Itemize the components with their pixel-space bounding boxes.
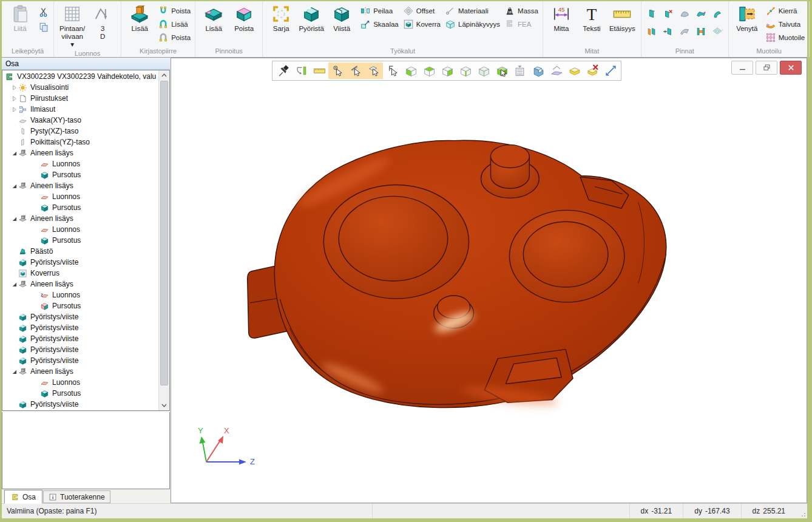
- tree-expander-expanded[interactable]: [10, 216, 18, 222]
- tree-expander-collapsed[interactable]: [10, 96, 18, 101]
- tree-expander-expanded[interactable]: [10, 282, 18, 287]
- ribbon-fea-button[interactable]: FEA: [503, 18, 540, 30]
- ribbon-koverra-button[interactable]: Koverra: [402, 18, 442, 30]
- ribbon-3-d-button[interactable]: 3 D: [87, 2, 118, 41]
- tree-item-aineen-lisäys[interactable]: Aineen lisäys: [2, 279, 159, 290]
- ribbon-taivuta-button[interactable]: Taivuta: [764, 18, 806, 30]
- scroll-up-button[interactable]: [159, 70, 169, 80]
- ribbon-poista-button[interactable]: Poista: [229, 2, 259, 33]
- viewport-tool-pin-button[interactable]: [274, 63, 292, 79]
- viewport-tool-tray-button[interactable]: [565, 63, 583, 79]
- tree-item-koverrus[interactable]: Koverrus: [2, 268, 159, 279]
- tree-item-luonnos[interactable]: Luonnos: [2, 224, 159, 235]
- ribbon-surf-elbow-button[interactable]: [710, 6, 725, 22]
- model-gearbox-cover[interactable]: [171, 58, 807, 503]
- restore-button[interactable]: [756, 61, 777, 75]
- ribbon-muotoile-button[interactable]: Muotoile: [764, 32, 806, 43]
- viewport-3d[interactable]: Z Y X: [171, 58, 807, 503]
- ribbon-viistä-button[interactable]: Viistä: [326, 2, 357, 33]
- tree-item-pursotus[interactable]: Pursotus: [2, 388, 159, 399]
- tree-item-luonnos[interactable]: Luonnos: [2, 158, 159, 169]
- tree-item-visualisointi[interactable]: Visualisointi: [2, 82, 159, 93]
- viewport-tool-measure-button[interactable]: [310, 63, 328, 79]
- tree-item-pursotus[interactable]: Pursotus: [2, 300, 159, 311]
- tree-scrollbar[interactable]: [158, 70, 169, 410]
- ribbon-surf-move-button[interactable]: [661, 24, 676, 40]
- viewport-tool-sel-point-button[interactable]: [328, 63, 347, 79]
- close-button[interactable]: [780, 61, 802, 75]
- scroll-thumb[interactable]: [160, 81, 168, 385]
- tree-item-pyöristys-viiste[interactable]: Pyöristys/viiste: [2, 399, 159, 410]
- viewport-tool-orient-button[interactable]: [292, 63, 310, 79]
- tree-item-pysty-xz-taso[interactable]: Pysty(XZ)-taso: [2, 126, 159, 137]
- ribbon-pintaan-viivaan-button[interactable]: Pintaan/ viivaan ▾: [57, 2, 87, 49]
- ribbon-kierrä-button[interactable]: Kierrä: [764, 5, 806, 16]
- ribbon-mitta-button[interactable]: 45Mitta: [546, 2, 577, 33]
- tree-expander-expanded[interactable]: [10, 183, 18, 189]
- tree-item-vx3002239-vx3002239-vaihdekotelo-valu[interactable]: VX3002239 VX3002239 Vaihdekotelo, valu: [2, 71, 159, 82]
- tree-item-luonnos[interactable]: Luonnos: [2, 290, 159, 300]
- tree-item-pursotus[interactable]: Pursotus: [2, 235, 159, 246]
- ribbon-massa-button[interactable]: 10Massa: [503, 5, 540, 16]
- viewport-tool-cube-top-button[interactable]: [419, 63, 438, 79]
- ribbon-copy-button[interactable]: [37, 21, 50, 33]
- tree-item-pyöristys-viiste[interactable]: Pyöristys/viiste: [2, 322, 159, 333]
- tree-item-pyöristys-viiste[interactable]: Pyöristys/viiste: [2, 355, 159, 366]
- ribbon-offset-button[interactable]: Offset: [402, 5, 442, 16]
- tree-item-piirustukset[interactable]: Piirustukset: [2, 93, 159, 104]
- ribbon-poista-button[interactable]: Poista: [157, 5, 192, 16]
- ribbon-etäisyys-button[interactable]: Etäisyys: [607, 2, 638, 33]
- ribbon-surf-pane-button[interactable]: [645, 6, 660, 22]
- ribbon-liitä-button[interactable]: Liitä: [5, 2, 35, 33]
- viewport-tool-sel-edge-button[interactable]: [347, 63, 365, 79]
- tree-expander-collapsed[interactable]: [10, 85, 18, 90]
- viewport-tool-cube-right-button[interactable]: [438, 63, 456, 79]
- viewport-tool-cube-edge-button[interactable]: [456, 63, 474, 79]
- ribbon-cut-button[interactable]: [37, 6, 50, 18]
- tree-item-pyöristys-viiste[interactable]: Pyöristys/viiste: [2, 344, 159, 355]
- tab-osa[interactable]: Osa: [4, 490, 42, 504]
- ribbon-surf-wave-button[interactable]: [694, 6, 709, 22]
- ribbon-läpinäkyvyys-button[interactable]: Läpinäkyvyys: [444, 18, 501, 30]
- ribbon-skaalaa-button[interactable]: Skaalaa: [359, 18, 400, 30]
- ribbon-lisää-button[interactable]: Lisää: [198, 2, 229, 33]
- tree-expander-collapsed[interactable]: [10, 107, 18, 112]
- tree-expander-expanded[interactable]: [10, 151, 18, 156]
- tree-item-aineen-lisäys[interactable]: Aineen lisäys: [2, 213, 159, 224]
- ribbon-peilaa-button[interactable]: Peilaa: [359, 5, 400, 16]
- tree-item-luonnos[interactable]: Luonnos: [2, 191, 159, 202]
- viewport-tool-view-list-button[interactable]: [510, 63, 529, 79]
- ribbon-surf-sheet-button[interactable]: [710, 24, 725, 40]
- ribbon-poista-button[interactable]: Poista: [157, 32, 192, 43]
- ribbon-surf-clamp-button[interactable]: [694, 24, 709, 40]
- ribbon-pyöristä-button[interactable]: Pyöristä: [296, 2, 326, 33]
- resize-grip[interactable]: [796, 504, 807, 518]
- viewport-tool-fit-button[interactable]: [601, 63, 620, 79]
- viewport-tool-part-view-button[interactable]: [529, 63, 547, 79]
- tree-item-pursotus[interactable]: Pursotus: [2, 202, 159, 213]
- viewport-tool-sel-feature-button[interactable]: [383, 63, 401, 79]
- tree-item-aineen-lisäys[interactable]: Aineen lisäys: [2, 180, 159, 191]
- viewport-tool-cube-pick-button[interactable]: [492, 63, 510, 79]
- tree-item-pyöristys-viiste[interactable]: Pyöristys/viiste: [2, 257, 159, 268]
- scroll-down-button[interactable]: [159, 401, 169, 410]
- tree-expander-expanded[interactable]: [10, 369, 18, 375]
- ribbon-surf-curve-button[interactable]: [677, 24, 692, 40]
- tree-item-pyöristys-viiste[interactable]: Pyöristys/viiste: [2, 333, 159, 344]
- tree-item-vaaka-xy-taso[interactable]: Vaaka(XY)-taso: [2, 115, 159, 126]
- ribbon-materiaali-button[interactable]: Materiaali: [444, 5, 501, 16]
- viewport-tool-tray-delete-button[interactable]: [583, 63, 601, 79]
- ribbon-sarja-button[interactable]: Sarja: [266, 2, 296, 33]
- ribbon-lisää-button[interactable]: Lisää: [157, 18, 192, 30]
- viewport-tool-sketch-view-button[interactable]: [547, 63, 565, 79]
- viewport-tool-sel-face-button[interactable]: [365, 63, 383, 79]
- ribbon-teksti-button[interactable]: TTeksti: [577, 2, 607, 33]
- ribbon-venytä-button[interactable]: Venytä: [732, 2, 762, 33]
- tree-item-aineen-lisäys[interactable]: Aineen lisäys: [2, 366, 159, 377]
- ribbon-surf-dome-button[interactable]: [677, 6, 692, 22]
- tree-item-pursotus[interactable]: Pursotus: [2, 169, 159, 180]
- tab-tuoterakenne[interactable]: iTuoterakenne: [43, 490, 110, 503]
- tree-item-luonnos[interactable]: Luonnos: [2, 377, 159, 388]
- viewport-tool-cube-front-button[interactable]: [401, 63, 419, 79]
- tree-item-poikittais-yz-taso[interactable]: Poikittais(YZ)-taso: [2, 137, 159, 147]
